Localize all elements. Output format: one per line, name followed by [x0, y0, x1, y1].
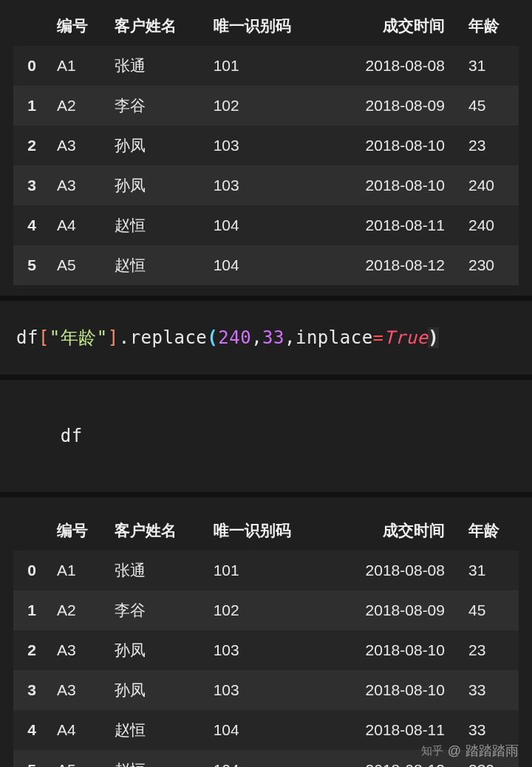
table-header-row: 编号 客户姓名 唯一识别码 成交时间 年龄	[13, 511, 519, 550]
header-index	[13, 511, 50, 550]
header-name: 客户姓名	[107, 511, 206, 550]
cell-index: 2	[13, 126, 50, 166]
cell-bianhao: A5	[50, 750, 107, 767]
header-age: 年龄	[461, 6, 519, 46]
cell-bianhao: A3	[50, 166, 107, 205]
code-line: df["年龄"].replace(240,33,inplace=True)	[16, 326, 516, 350]
cell-time: 2018-08-11	[321, 205, 461, 245]
code-cell-df[interactable]: df	[0, 380, 532, 497]
table-row: 1A2李谷1022018-08-0945	[13, 590, 519, 630]
token-arg2: 33	[262, 327, 284, 348]
cell-time: 2018-08-10	[321, 630, 461, 670]
cell-age: 230	[461, 245, 519, 285]
dataframe-output-1: 编号 客户姓名 唯一识别码 成交时间 年龄 0A1张通1012018-08-08…	[0, 0, 532, 296]
cell-name: 赵恒	[107, 710, 206, 750]
cell-bianhao: A1	[50, 46, 107, 86]
token-eq: =	[373, 327, 384, 348]
cell-time: 2018-08-09	[321, 86, 461, 126]
table-row: 0A1张通1012018-08-0831	[13, 46, 519, 86]
cell-uid: 104	[206, 245, 321, 285]
header-name: 客户姓名	[107, 6, 206, 46]
cell-bianhao: A1	[50, 550, 107, 590]
header-bianhao: 编号	[50, 6, 107, 46]
header-time: 成交时间	[321, 511, 461, 550]
token-comma1: ,	[251, 327, 262, 348]
dataframe-table-1: 编号 客户姓名 唯一识别码 成交时间 年龄 0A1张通1012018-08-08…	[13, 6, 519, 285]
cell-name: 赵恒	[107, 245, 206, 285]
cell-uid: 101	[206, 46, 321, 86]
cell-uid: 104	[206, 750, 321, 767]
cell-name: 孙凤	[107, 126, 206, 166]
token-df: df	[16, 327, 38, 348]
cell-index: 3	[13, 166, 50, 205]
table-row: 1A2李谷1022018-08-0945	[13, 86, 519, 126]
cell-time: 2018-08-10	[321, 126, 461, 166]
token-comma2: ,	[284, 327, 296, 348]
cell-age: 240	[461, 205, 519, 245]
cell-index: 1	[13, 86, 50, 126]
cell-uid: 103	[206, 166, 321, 205]
code-cell-replace[interactable]: df["年龄"].replace(240,33,inplace=True)	[0, 296, 532, 380]
cell-time: 2018-08-12	[321, 245, 461, 285]
cell-bianhao: A2	[50, 86, 107, 126]
cell-bianhao: A4	[50, 205, 107, 245]
table-row: 2A3孙凤1032018-08-1023	[13, 630, 519, 670]
cell-bianhao: A4	[50, 710, 107, 750]
cell-age: 23	[461, 630, 519, 670]
cell-uid: 103	[206, 630, 321, 670]
cell-name: 孙凤	[107, 670, 206, 710]
cell-index: 5	[13, 245, 50, 285]
header-uid: 唯一识别码	[206, 6, 321, 46]
cell-age: 230	[461, 750, 519, 767]
token-paren-open: (	[207, 327, 218, 348]
cell-name: 张通	[107, 46, 206, 86]
cell-index: 1	[13, 590, 50, 630]
cell-bianhao: A3	[50, 126, 107, 166]
cell-index: 4	[13, 710, 50, 750]
cell-age: 23	[461, 126, 519, 166]
token-true: True	[384, 327, 429, 348]
cell-age: 31	[461, 550, 519, 590]
cell-index: 0	[13, 550, 50, 590]
cell-name: 李谷	[107, 86, 206, 126]
cell-uid: 104	[206, 205, 321, 245]
cell-name: 孙凤	[107, 630, 206, 670]
table-row: 4A4赵恒1042018-08-1133	[13, 710, 519, 750]
dataframe-output-2: 编号 客户姓名 唯一识别码 成交时间 年龄 0A1张通1012018-08-08…	[0, 497, 532, 767]
header-time: 成交时间	[321, 6, 461, 46]
cell-uid: 103	[206, 670, 321, 710]
cell-age: 33	[461, 710, 519, 750]
cell-name: 李谷	[107, 590, 206, 630]
cell-index: 4	[13, 205, 50, 245]
cell-uid: 102	[206, 590, 321, 630]
cell-name: 孙凤	[107, 166, 206, 205]
token-string: "年龄"	[50, 327, 108, 348]
table-row: 4A4赵恒1042018-08-11240	[13, 205, 519, 245]
cell-age: 33	[461, 670, 519, 710]
cell-index: 2	[13, 630, 50, 670]
table-row: 3A3孙凤1032018-08-1033	[13, 670, 519, 710]
cell-time: 2018-08-12	[321, 750, 461, 767]
cell-bianhao: A3	[50, 670, 107, 710]
token-arg1: 240	[218, 327, 251, 348]
cell-name: 张通	[107, 550, 206, 590]
table-header-row: 编号 客户姓名 唯一识别码 成交时间 年龄	[13, 6, 519, 46]
cell-time: 2018-08-11	[321, 710, 461, 750]
cell-age: 240	[461, 166, 519, 205]
cell-name: 赵恒	[107, 205, 206, 245]
cell-time: 2018-08-09	[321, 590, 461, 630]
cell-index: 0	[13, 46, 50, 86]
token-bracket-open: [	[38, 327, 50, 348]
cell-bianhao: A2	[50, 590, 107, 630]
cell-name: 赵恒	[107, 750, 206, 767]
table-row: 0A1张通1012018-08-0831	[13, 550, 519, 590]
cell-uid: 102	[206, 86, 321, 126]
table-row: 2A3孙凤1032018-08-1023	[13, 126, 519, 166]
header-bianhao: 编号	[50, 511, 107, 550]
cell-time: 2018-08-08	[321, 550, 461, 590]
cell-time: 2018-08-10	[321, 166, 461, 205]
cell-age: 31	[461, 46, 519, 86]
token-bracket-close: ]	[108, 327, 119, 348]
token-kwarg: inplace	[296, 327, 373, 348]
cell-bianhao: A3	[50, 630, 107, 670]
